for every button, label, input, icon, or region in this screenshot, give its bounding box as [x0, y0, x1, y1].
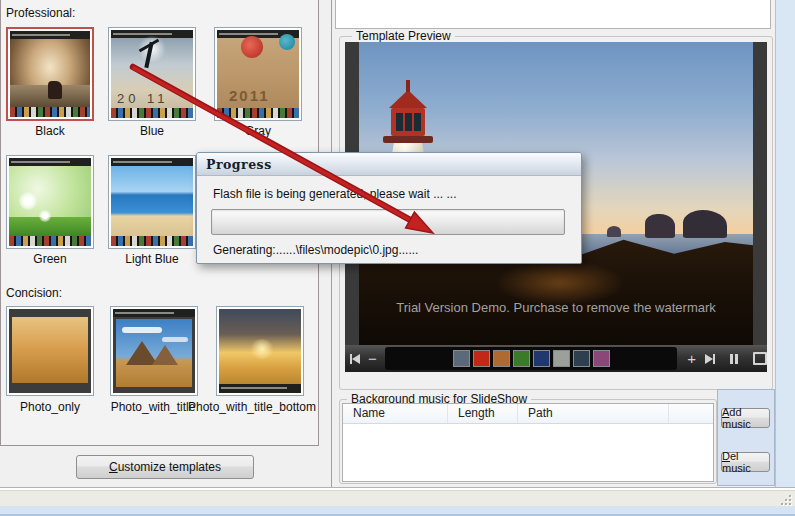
template-thumb-gray[interactable]: 2011 — [214, 27, 302, 121]
template-thumb-photo-with-title-image — [113, 309, 195, 393]
preview-sea-stack — [607, 226, 621, 237]
template-label-blue: Blue — [108, 124, 196, 138]
progress-message: Flash file is being generated, please wa… — [213, 187, 456, 201]
del-music-button[interactable]: Del music — [721, 452, 770, 472]
app-window: Professional: 20 11 2011 Black Blue Gray… — [0, 0, 795, 516]
progress-dialog-title: Progress — [206, 157, 272, 172]
film-thumbnail[interactable] — [533, 350, 550, 367]
expand-icon[interactable] — [753, 352, 767, 365]
template-label-photo-only: Photo_only — [0, 400, 100, 414]
add-music-button[interactable]: Add music — [721, 408, 770, 428]
template-label-black: Black — [6, 124, 94, 138]
film-thumbnail[interactable] — [493, 350, 510, 367]
template-thumb-black-image — [10, 31, 90, 117]
plus-icon[interactable]: + — [687, 351, 696, 366]
skip-start-icon[interactable] — [350, 354, 360, 364]
resize-grip[interactable] — [781, 495, 791, 505]
lighthouse-gallery — [383, 136, 433, 143]
lighthouse-finial — [406, 80, 410, 92]
film-thumbnail[interactable] — [473, 350, 490, 367]
template-thumb-photo-only[interactable] — [6, 306, 94, 396]
music-table-body[interactable] — [343, 424, 713, 481]
music-table-header: Name Length Path — [343, 404, 713, 424]
progress-dialog: Progress Flash file is being generated, … — [196, 152, 582, 264]
template-label-gray: Gray — [214, 124, 302, 138]
lighthouse-lantern — [391, 108, 425, 136]
preview-sea-stack — [683, 210, 727, 238]
column-header-spacer — [669, 404, 713, 423]
film-thumbnail[interactable] — [553, 350, 570, 367]
template-label-green: Green — [6, 252, 94, 266]
professional-section-label: Professional: — [6, 6, 75, 20]
template-thumb-blue-image: 20 11 — [111, 30, 193, 118]
progress-bar — [211, 209, 565, 235]
template-thumb-blue[interactable]: 20 11 — [108, 27, 196, 121]
template-label-lightblue: Light Blue — [108, 252, 196, 266]
template-thumb-green[interactable] — [6, 155, 94, 249]
template-label-photo-with-title-bottom: Photo_with_title_bottom — [186, 400, 318, 414]
preview-sea-stack — [645, 214, 675, 238]
concision-section-label: Concision: — [6, 286, 62, 300]
trial-watermark: Trial Version Demo. Purchase to remove t… — [345, 300, 767, 315]
template-thumb-photo-with-title[interactable] — [110, 306, 198, 396]
template-thumb-green-image — [9, 158, 91, 246]
template-preview-group-label: Template Preview — [352, 29, 455, 43]
player-control-bar: − + — [345, 345, 767, 372]
pause-icon[interactable] — [729, 354, 739, 364]
music-table: Name Length Path — [342, 403, 714, 482]
progress-status-text: Generating:......\files\modepic\0.jpg...… — [213, 243, 418, 257]
window-bottom-edge — [0, 506, 795, 516]
film-thumbnail[interactable] — [513, 350, 530, 367]
top-white-box — [335, 0, 771, 29]
status-bar — [0, 490, 795, 507]
template-thumb-lightblue-image — [111, 158, 193, 246]
template-thumb-black[interactable] — [6, 27, 94, 121]
progress-dialog-titlebar[interactable]: Progress — [197, 153, 581, 176]
template-thumb-photo-with-title-bottom-image — [219, 309, 301, 393]
film-strip[interactable] — [385, 347, 677, 370]
template-thumb-lightblue[interactable] — [108, 155, 196, 249]
column-header-name[interactable]: Name — [343, 404, 448, 423]
template-thumb-photo-with-title-bottom[interactable] — [216, 306, 304, 396]
film-thumbnail[interactable] — [593, 350, 610, 367]
window-right-margin — [775, 0, 795, 487]
minus-icon[interactable]: − — [368, 351, 377, 366]
skip-end-icon[interactable] — [705, 354, 715, 364]
film-thumbnail[interactable] — [453, 350, 470, 367]
column-header-path[interactable]: Path — [518, 404, 669, 423]
film-thumbnail[interactable] — [573, 350, 590, 367]
template-thumb-gray-image: 2011 — [217, 30, 299, 118]
column-header-length[interactable]: Length — [448, 404, 518, 423]
template-thumb-photo-only-image — [9, 309, 91, 393]
customize-templates-button[interactable]: Customize templates — [76, 455, 254, 479]
